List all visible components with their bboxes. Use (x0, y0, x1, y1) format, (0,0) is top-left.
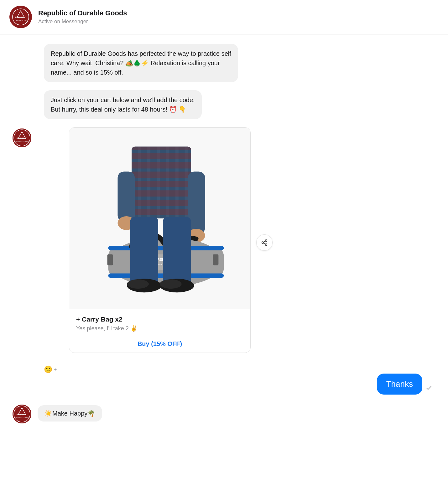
messenger-header: REPUBLIC DURABLE GOODS Republic of Durab… (0, 0, 448, 34)
svg-point-37 (160, 279, 182, 289)
bot-message-1-group: Republic of Durable Goods has perfected … (44, 44, 435, 85)
header-info: Republic of Durable Goods Active on Mess… (38, 9, 127, 24)
svg-rect-31 (213, 254, 218, 265)
bottom-bot-message: ☀️Make Happy🌴 (38, 405, 102, 422)
brand-name: Republic of Durable Goods (38, 9, 127, 17)
product-card[interactable]: REPUBLIC Multi-PRO Compact Framed Hammoc… (69, 127, 251, 353)
bot-message-2: Just click on your cart below and we'll … (44, 90, 202, 119)
bot-avatar: REPUBLIC DURABLE GOODS (13, 128, 31, 147)
card-row: REPUBLIC DURABLE GOODS (13, 127, 435, 358)
svg-text:REPUBLIC: REPUBLIC (15, 16, 26, 18)
bot-message-1: Republic of Durable Goods has perfected … (44, 44, 238, 82)
svg-rect-12 (132, 147, 191, 218)
svg-text:DURABLE GOODS: DURABLE GOODS (15, 417, 29, 418)
product-image: REPUBLIC Multi-PRO Compact Framed Hammoc… (69, 128, 250, 309)
card-button-area: Buy (15% OFF) (69, 335, 250, 353)
svg-rect-19 (117, 172, 135, 222)
svg-point-36 (127, 279, 149, 289)
svg-rect-30 (107, 254, 113, 265)
svg-text:DURABLE GOODS: DURABLE GOODS (15, 140, 29, 142)
active-status: Active on Messenger (38, 18, 127, 25)
chat-area: Republic of Durable Goods has perfected … (0, 34, 448, 433)
card-subtitle: Yes please, I'll take 2 ✌️ (76, 325, 243, 332)
svg-rect-33 (163, 217, 191, 286)
user-message-bubble: Thanks (377, 374, 422, 395)
reaction-area[interactable]: 🙂 + (13, 363, 435, 374)
svg-rect-32 (130, 217, 158, 286)
brand-avatar: REPUBLIC DURABLE GOODS (9, 6, 32, 28)
bot-message-2-group: Just click on your cart below and we'll … (44, 90, 435, 122)
add-reaction[interactable]: + (54, 366, 57, 373)
card-title: + Carry Bag x2 (76, 316, 243, 323)
share-button[interactable] (256, 234, 273, 251)
user-message-row: Thanks (13, 374, 435, 395)
bottom-bot-row: REPUBLIC DURABLE GOODS ☀️Make Happy🌴 (13, 403, 435, 423)
svg-text:REPUBLIC: REPUBLIC (16, 413, 27, 416)
message-check-icon (425, 385, 432, 393)
svg-text:DURABLE GOODS: DURABLE GOODS (14, 19, 28, 21)
buy-button[interactable]: Buy (15% OFF) (76, 340, 243, 348)
bottom-bot-avatar: REPUBLIC DURABLE GOODS (13, 405, 31, 423)
svg-text:REPUBLIC: REPUBLIC (16, 137, 27, 139)
card-content: + Carry Bag x2 Yes please, I'll take 2 ✌… (69, 309, 250, 335)
smiley-icon[interactable]: 🙂 (44, 365, 52, 374)
card-wrapper: REPUBLIC Multi-PRO Compact Framed Hammoc… (38, 127, 251, 358)
